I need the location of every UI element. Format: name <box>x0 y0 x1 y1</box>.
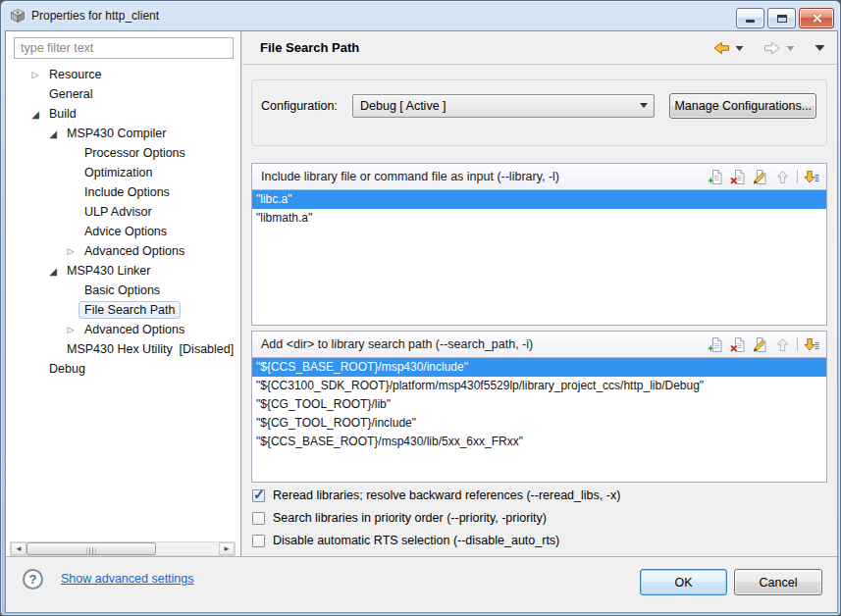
tree-item[interactable]: MSP430 Hex Utility [Disabled] <box>6 339 239 359</box>
tree-item[interactable]: File Search Path <box>6 300 239 320</box>
back-menu-icon[interactable] <box>735 44 744 52</box>
tree-item[interactable]: ▷ Advanced Options <box>6 241 239 261</box>
view-menu-icon[interactable] <box>815 43 825 52</box>
tree-item-label[interactable]: General <box>43 85 98 103</box>
minimize-icon <box>746 20 755 23</box>
tree-item-label[interactable]: Debug <box>43 360 91 378</box>
tree-item-label[interactable]: MSP430 Linker <box>61 262 156 280</box>
tree-item[interactable]: Basic Options <box>6 281 239 300</box>
cancel-button[interactable]: Cancel <box>734 569 822 595</box>
list-item[interactable]: "${CCS_BASE_ROOT}/msp430/include" <box>252 358 826 377</box>
tree-item-label[interactable]: Resource <box>43 66 108 83</box>
tree-item[interactable]: Optimization <box>6 163 239 182</box>
footer: ? Show advanced settings OK Cancel <box>6 556 837 612</box>
configuration-select[interactable]: Debug [ Active ] <box>352 94 655 118</box>
filter-input[interactable] <box>14 37 234 59</box>
tree-item-label[interactable]: Advanced Options <box>79 321 190 338</box>
list-item[interactable]: "${CC3100_SDK_ROOT}/platform/msp430f5529… <box>252 377 826 395</box>
list-item[interactable]: "${CG_TOOL_ROOT}/lib" <box>252 395 826 414</box>
tree-item-label[interactable]: Optimization <box>79 164 158 181</box>
configuration-value: Debug [ Active ] <box>360 99 447 113</box>
scroll-left-arrow-icon[interactable]: ◄ <box>11 542 26 555</box>
group-list: "${CCS_BASE_ROOT}/msp430/include""${CC31… <box>252 358 826 482</box>
maximize-button[interactable] <box>767 8 796 28</box>
tree-item[interactable]: ▷ Advanced Options <box>6 320 239 339</box>
help-button[interactable]: ? <box>23 569 43 590</box>
expander-icon[interactable]: ◢ <box>27 109 43 120</box>
tree-item-label[interactable]: Include Options <box>79 183 176 201</box>
list-item[interactable]: "${CG_TOOL_ROOT}/include" <box>252 414 826 433</box>
tree-item[interactable]: Include Options <box>6 182 239 202</box>
expander-icon[interactable]: ◢ <box>45 128 61 139</box>
tree-item-label[interactable]: Basic Options <box>79 282 166 299</box>
edit-file-icon[interactable] <box>752 336 768 353</box>
tree-item[interactable]: ▷ Resource <box>6 65 239 84</box>
forward-icon[interactable] <box>763 40 781 56</box>
properties-tree: ▷ Resource General ◢ Build ◢ MSP430 Comp… <box>6 65 239 540</box>
checkbox-row: Search libraries in priority order (--pr… <box>252 508 827 528</box>
history-nav <box>712 40 825 56</box>
configuration-section: Configuration: Debug [ Active ] Manage C… <box>251 79 827 146</box>
tree-item-label[interactable]: Build <box>43 105 82 123</box>
help-icon: ? <box>29 572 37 587</box>
add-file-icon[interactable] <box>707 336 723 353</box>
close-icon <box>812 13 822 24</box>
scrollbar-track[interactable] <box>156 542 219 555</box>
add-file-icon[interactable] <box>707 169 723 185</box>
tree-item[interactable]: Debug <box>6 359 239 379</box>
window-title: Properties for http_client <box>31 9 159 23</box>
list-item[interactable]: "libmath.a" <box>252 209 826 228</box>
list-item[interactable]: "libc.a" <box>252 190 826 209</box>
tree-item[interactable]: ◢ MSP430 Compiler <box>6 124 239 143</box>
expander-icon[interactable]: ◢ <box>45 266 61 277</box>
toolbar-separator <box>797 337 798 351</box>
expander-icon[interactable]: ▷ <box>63 325 79 334</box>
scroll-right-arrow-icon[interactable]: ► <box>219 542 235 555</box>
tree-item-label[interactable]: Processor Options <box>79 144 191 162</box>
tree-item[interactable]: Advice Options <box>6 222 239 241</box>
screen: Properties for http_client ▷ Resource Ge… <box>0 0 841 616</box>
minimize-button[interactable] <box>736 8 764 28</box>
move-down-icon[interactable] <box>804 336 820 353</box>
titlebar[interactable]: Properties for http_client <box>1 1 840 30</box>
tree-item[interactable]: Processor Options <box>6 143 239 163</box>
expander-icon[interactable]: ▷ <box>63 246 79 256</box>
remove-file-icon[interactable] <box>729 336 746 353</box>
linker-checkboxes: Reread libraries; resolve backward refer… <box>252 486 827 553</box>
ok-button[interactable]: OK <box>640 569 727 595</box>
maximize-icon <box>777 15 787 23</box>
dialog-body: ▷ Resource General ◢ Build ◢ MSP430 Comp… <box>5 30 838 613</box>
app-icon <box>10 8 26 24</box>
tree-item-label[interactable]: File Search Path <box>79 301 181 319</box>
checkbox[interactable] <box>252 489 265 502</box>
move-down-icon[interactable] <box>804 169 820 185</box>
group-title: Include library file or command file as … <box>261 170 559 183</box>
expander-icon[interactable]: ▷ <box>27 70 43 79</box>
chevron-down-icon <box>640 103 648 108</box>
remove-file-icon[interactable] <box>729 169 746 185</box>
group-toolbar <box>707 336 820 353</box>
main-panel: File Search Path <box>242 31 837 558</box>
list-item[interactable]: "${CCS_BASE_ROOT}/msp430/lib/5xx_6xx_FRx… <box>252 433 826 451</box>
checkbox[interactable] <box>252 535 265 547</box>
tree-item-label[interactable]: Advanced Options <box>79 242 190 260</box>
edit-file-icon[interactable] <box>752 169 768 185</box>
tree-item-label[interactable]: Advice Options <box>79 223 173 240</box>
show-advanced-settings-link[interactable]: Show advanced settings <box>61 572 194 586</box>
tree-item-label[interactable]: MSP430 Hex Utility [Disabled] <box>61 340 239 358</box>
close-button[interactable] <box>799 8 834 28</box>
tree-item[interactable]: ULP Advisor <box>6 202 239 222</box>
scrollbar-thumb[interactable] <box>26 542 156 555</box>
manage-configurations-button[interactable]: Manage Configurations... <box>669 93 816 119</box>
tree-item[interactable]: ◢ MSP430 Linker <box>6 261 239 281</box>
tree-item-label[interactable]: ULP Advisor <box>79 203 158 221</box>
forward-menu-icon[interactable] <box>786 44 795 52</box>
list-group: Include library file or command file as … <box>251 163 827 326</box>
back-icon[interactable] <box>712 40 730 56</box>
group-toolbar <box>707 169 820 185</box>
tree-hscrollbar[interactable]: ◄ ► <box>10 541 236 556</box>
tree-item[interactable]: ◢ Build <box>6 104 239 124</box>
tree-item-label[interactable]: MSP430 Compiler <box>61 125 172 142</box>
checkbox[interactable] <box>252 512 265 525</box>
tree-item[interactable]: General <box>6 84 239 104</box>
